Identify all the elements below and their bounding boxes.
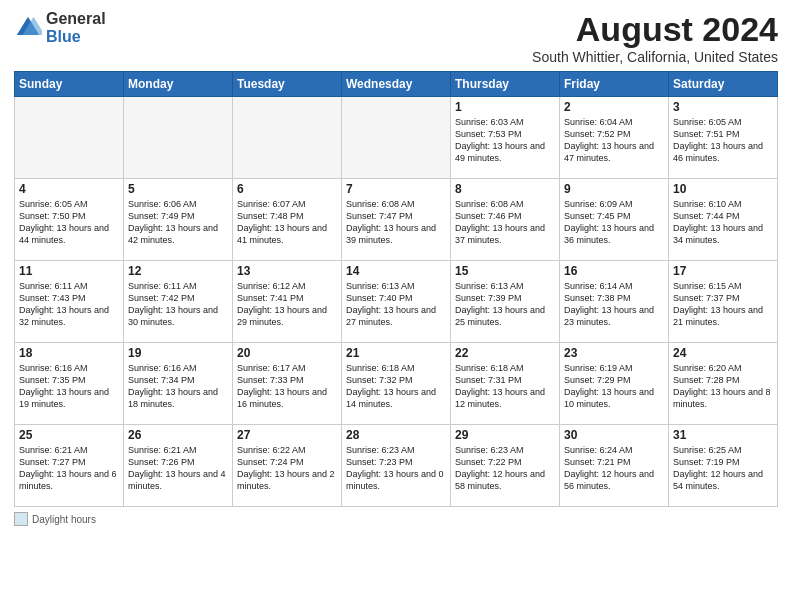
day-info: Sunrise: 6:06 AMSunset: 7:49 PMDaylight:… xyxy=(128,198,228,247)
calendar-cell: 13Sunrise: 6:12 AMSunset: 7:41 PMDayligh… xyxy=(233,261,342,343)
day-info: Sunrise: 6:17 AMSunset: 7:33 PMDaylight:… xyxy=(237,362,337,411)
day-number: 6 xyxy=(237,182,337,196)
day-info: Sunrise: 6:08 AMSunset: 7:46 PMDaylight:… xyxy=(455,198,555,247)
calendar-header-friday: Friday xyxy=(560,72,669,97)
calendar-week-row: 25Sunrise: 6:21 AMSunset: 7:27 PMDayligh… xyxy=(15,425,778,507)
title-block: August 2024 South Whittier, California, … xyxy=(532,10,778,65)
day-number: 18 xyxy=(19,346,119,360)
calendar-cell: 12Sunrise: 6:11 AMSunset: 7:42 PMDayligh… xyxy=(124,261,233,343)
logo-icon xyxy=(14,14,42,42)
calendar-cell: 18Sunrise: 6:16 AMSunset: 7:35 PMDayligh… xyxy=(15,343,124,425)
calendar-header-sunday: Sunday xyxy=(15,72,124,97)
day-info: Sunrise: 6:12 AMSunset: 7:41 PMDaylight:… xyxy=(237,280,337,329)
day-info: Sunrise: 6:03 AMSunset: 7:53 PMDaylight:… xyxy=(455,116,555,165)
footer-daylight-label: Daylight hours xyxy=(32,514,96,525)
calendar-cell xyxy=(233,97,342,179)
calendar-cell: 24Sunrise: 6:20 AMSunset: 7:28 PMDayligh… xyxy=(669,343,778,425)
calendar-cell: 4Sunrise: 6:05 AMSunset: 7:50 PMDaylight… xyxy=(15,179,124,261)
calendar-cell: 20Sunrise: 6:17 AMSunset: 7:33 PMDayligh… xyxy=(233,343,342,425)
day-number: 8 xyxy=(455,182,555,196)
header: General Blue August 2024 South Whittier,… xyxy=(14,10,778,65)
footer-daylight-item: Daylight hours xyxy=(14,512,96,526)
day-number: 24 xyxy=(673,346,773,360)
day-info: Sunrise: 6:24 AMSunset: 7:21 PMDaylight:… xyxy=(564,444,664,493)
calendar-week-row: 1Sunrise: 6:03 AMSunset: 7:53 PMDaylight… xyxy=(15,97,778,179)
day-info: Sunrise: 6:05 AMSunset: 7:50 PMDaylight:… xyxy=(19,198,119,247)
day-number: 14 xyxy=(346,264,446,278)
calendar-cell: 2Sunrise: 6:04 AMSunset: 7:52 PMDaylight… xyxy=(560,97,669,179)
footer: Daylight hours xyxy=(14,512,778,526)
day-info: Sunrise: 6:11 AMSunset: 7:43 PMDaylight:… xyxy=(19,280,119,329)
calendar-cell: 11Sunrise: 6:11 AMSunset: 7:43 PMDayligh… xyxy=(15,261,124,343)
calendar-cell: 19Sunrise: 6:16 AMSunset: 7:34 PMDayligh… xyxy=(124,343,233,425)
day-number: 16 xyxy=(564,264,664,278)
calendar-cell: 7Sunrise: 6:08 AMSunset: 7:47 PMDaylight… xyxy=(342,179,451,261)
day-info: Sunrise: 6:21 AMSunset: 7:26 PMDaylight:… xyxy=(128,444,228,493)
calendar-cell: 31Sunrise: 6:25 AMSunset: 7:19 PMDayligh… xyxy=(669,425,778,507)
day-info: Sunrise: 6:04 AMSunset: 7:52 PMDaylight:… xyxy=(564,116,664,165)
day-info: Sunrise: 6:23 AMSunset: 7:23 PMDaylight:… xyxy=(346,444,446,493)
calendar-cell: 5Sunrise: 6:06 AMSunset: 7:49 PMDaylight… xyxy=(124,179,233,261)
day-number: 9 xyxy=(564,182,664,196)
calendar-cell: 21Sunrise: 6:18 AMSunset: 7:32 PMDayligh… xyxy=(342,343,451,425)
day-info: Sunrise: 6:07 AMSunset: 7:48 PMDaylight:… xyxy=(237,198,337,247)
calendar-cell: 1Sunrise: 6:03 AMSunset: 7:53 PMDaylight… xyxy=(451,97,560,179)
calendar-cell: 8Sunrise: 6:08 AMSunset: 7:46 PMDaylight… xyxy=(451,179,560,261)
day-number: 21 xyxy=(346,346,446,360)
day-number: 11 xyxy=(19,264,119,278)
day-number: 13 xyxy=(237,264,337,278)
day-number: 12 xyxy=(128,264,228,278)
day-info: Sunrise: 6:21 AMSunset: 7:27 PMDaylight:… xyxy=(19,444,119,493)
day-info: Sunrise: 6:19 AMSunset: 7:29 PMDaylight:… xyxy=(564,362,664,411)
calendar-cell: 25Sunrise: 6:21 AMSunset: 7:27 PMDayligh… xyxy=(15,425,124,507)
day-number: 19 xyxy=(128,346,228,360)
calendar-cell xyxy=(342,97,451,179)
day-number: 29 xyxy=(455,428,555,442)
day-number: 1 xyxy=(455,100,555,114)
subtitle: South Whittier, California, United State… xyxy=(532,49,778,65)
calendar-cell: 6Sunrise: 6:07 AMSunset: 7:48 PMDaylight… xyxy=(233,179,342,261)
calendar-cell: 14Sunrise: 6:13 AMSunset: 7:40 PMDayligh… xyxy=(342,261,451,343)
day-number: 17 xyxy=(673,264,773,278)
calendar-week-row: 11Sunrise: 6:11 AMSunset: 7:43 PMDayligh… xyxy=(15,261,778,343)
day-info: Sunrise: 6:16 AMSunset: 7:35 PMDaylight:… xyxy=(19,362,119,411)
day-number: 2 xyxy=(564,100,664,114)
calendar-cell: 26Sunrise: 6:21 AMSunset: 7:26 PMDayligh… xyxy=(124,425,233,507)
day-number: 15 xyxy=(455,264,555,278)
calendar-cell: 3Sunrise: 6:05 AMSunset: 7:51 PMDaylight… xyxy=(669,97,778,179)
day-info: Sunrise: 6:13 AMSunset: 7:39 PMDaylight:… xyxy=(455,280,555,329)
logo: General Blue xyxy=(14,10,106,45)
calendar-cell: 23Sunrise: 6:19 AMSunset: 7:29 PMDayligh… xyxy=(560,343,669,425)
day-number: 4 xyxy=(19,182,119,196)
calendar-header-tuesday: Tuesday xyxy=(233,72,342,97)
day-info: Sunrise: 6:16 AMSunset: 7:34 PMDaylight:… xyxy=(128,362,228,411)
calendar-header-wednesday: Wednesday xyxy=(342,72,451,97)
day-number: 25 xyxy=(19,428,119,442)
day-number: 22 xyxy=(455,346,555,360)
calendar-week-row: 18Sunrise: 6:16 AMSunset: 7:35 PMDayligh… xyxy=(15,343,778,425)
calendar-cell: 17Sunrise: 6:15 AMSunset: 7:37 PMDayligh… xyxy=(669,261,778,343)
day-number: 5 xyxy=(128,182,228,196)
calendar-cell: 30Sunrise: 6:24 AMSunset: 7:21 PMDayligh… xyxy=(560,425,669,507)
logo-blue: Blue xyxy=(46,28,106,46)
day-info: Sunrise: 6:10 AMSunset: 7:44 PMDaylight:… xyxy=(673,198,773,247)
calendar-cell: 10Sunrise: 6:10 AMSunset: 7:44 PMDayligh… xyxy=(669,179,778,261)
calendar-cell: 27Sunrise: 6:22 AMSunset: 7:24 PMDayligh… xyxy=(233,425,342,507)
calendar-cell: 22Sunrise: 6:18 AMSunset: 7:31 PMDayligh… xyxy=(451,343,560,425)
day-number: 26 xyxy=(128,428,228,442)
day-number: 27 xyxy=(237,428,337,442)
day-number: 20 xyxy=(237,346,337,360)
calendar-cell: 28Sunrise: 6:23 AMSunset: 7:23 PMDayligh… xyxy=(342,425,451,507)
day-number: 7 xyxy=(346,182,446,196)
day-number: 3 xyxy=(673,100,773,114)
day-info: Sunrise: 6:18 AMSunset: 7:32 PMDaylight:… xyxy=(346,362,446,411)
calendar-cell: 15Sunrise: 6:13 AMSunset: 7:39 PMDayligh… xyxy=(451,261,560,343)
calendar-cell xyxy=(15,97,124,179)
calendar-header-thursday: Thursday xyxy=(451,72,560,97)
day-number: 30 xyxy=(564,428,664,442)
day-info: Sunrise: 6:20 AMSunset: 7:28 PMDaylight:… xyxy=(673,362,773,411)
calendar-week-row: 4Sunrise: 6:05 AMSunset: 7:50 PMDaylight… xyxy=(15,179,778,261)
day-number: 31 xyxy=(673,428,773,442)
day-info: Sunrise: 6:14 AMSunset: 7:38 PMDaylight:… xyxy=(564,280,664,329)
calendar-cell: 29Sunrise: 6:23 AMSunset: 7:22 PMDayligh… xyxy=(451,425,560,507)
